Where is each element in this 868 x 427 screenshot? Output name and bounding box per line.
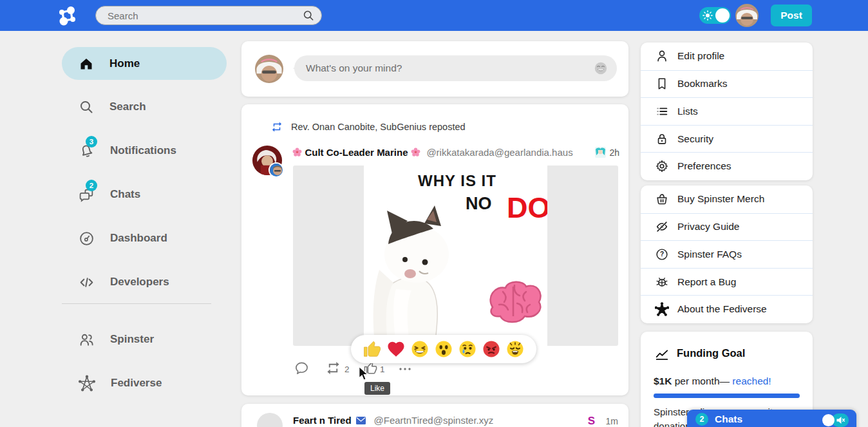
repost-count[interactable]: 2 (344, 365, 350, 374)
search-box[interactable] (95, 6, 322, 25)
bookmark-icon (655, 77, 669, 91)
reposter-avatar[interactable] (269, 162, 284, 178)
compose-input[interactable]: What's on your mind? (294, 55, 617, 81)
menu-item-label: Spinster FAQs (677, 249, 742, 260)
line-chart-icon (655, 348, 669, 362)
reaction-surprised-icon[interactable] (434, 339, 453, 359)
next-post-author-name[interactable]: Feart n Tired (293, 415, 352, 426)
more-options-icon[interactable] (398, 365, 412, 374)
menu-item-faqs[interactable]: ? Spinster FAQs (641, 240, 813, 268)
menu-item-label: Edit profile (677, 50, 724, 62)
sidebar-item-notifications[interactable]: 3 Notifications (62, 135, 227, 166)
home-icon (79, 56, 94, 71)
menu-item-bookmarks[interactable]: Bookmarks (641, 70, 813, 98)
chats-panel-bar[interactable]: 2 Chats (687, 410, 856, 427)
reaction-thumbs-up-icon[interactable] (363, 339, 382, 359)
reaction-heart-icon[interactable] (386, 339, 406, 359)
menu-item-label: Security (677, 133, 713, 145)
fediverse-star-icon (655, 302, 669, 316)
spinster-logo[interactable] (57, 5, 78, 26)
list-icon (655, 104, 669, 119)
meme-text-1: WHY IS IT (390, 172, 525, 190)
funding-reached-link[interactable]: reached! (732, 375, 771, 386)
reaction-crying-icon[interactable] (458, 339, 477, 359)
funding-separator: — (720, 375, 733, 386)
menu-item-merch[interactable]: Buy Spinster Merch (641, 185, 813, 213)
eye-off-icon (655, 220, 669, 234)
flower-emoji-icon (292, 147, 302, 157)
mouse-cursor (357, 366, 370, 381)
funding-amount: $1K (654, 375, 672, 386)
sidebar-item-search[interactable]: Search (62, 91, 227, 122)
reaction-weary-icon[interactable] (505, 339, 525, 359)
sidebar-item-developers[interactable]: Developers (62, 267, 227, 298)
menu-item-label: Preferences (677, 160, 731, 172)
search-input[interactable] (106, 10, 302, 22)
next-post-avatar[interactable] (257, 413, 283, 427)
compose-user-avatar[interactable] (255, 55, 283, 83)
sidebar-item-label: Search (109, 100, 146, 113)
next-post-timestamp[interactable]: 1m (606, 416, 618, 426)
menu-item-edit-profile[interactable]: Edit profile (641, 43, 813, 70)
sidebar-item-label: Chats (110, 188, 140, 201)
menu-item-security[interactable]: Security (641, 125, 813, 153)
reaction-angry-icon[interactable] (482, 339, 501, 359)
post-timestamp[interactable]: 2h (609, 147, 619, 158)
menu-item-report-bug[interactable]: Report a Bug (641, 268, 813, 296)
comment-icon[interactable] (294, 361, 309, 375)
svg-text:?: ? (660, 251, 664, 258)
menu-item-preferences[interactable]: Preferences (641, 152, 813, 180)
funding-period: per month (672, 375, 719, 386)
funding-title: Funding Goal (677, 347, 745, 359)
post-button[interactable]: Post (771, 5, 812, 26)
instance-badge: S (588, 415, 595, 427)
sidebar-item-label: Spinster (110, 333, 154, 346)
like-count[interactable]: 1 (380, 365, 385, 374)
people-icon (79, 332, 95, 348)
sidebar-item-label: Home (109, 57, 140, 70)
question-icon: ? (655, 247, 669, 261)
lock-icon (655, 132, 669, 146)
repost-button-icon[interactable] (326, 361, 341, 375)
cat-image (364, 193, 457, 346)
repost-icon (271, 121, 283, 133)
menu-item-label: Bookmarks (677, 78, 728, 90)
brain-emoji-image (484, 276, 543, 327)
menu-item-label: Privacy Guide (677, 221, 739, 232)
speaker-muted-icon (836, 416, 845, 424)
user-avatar[interactable] (735, 4, 759, 27)
repost-note[interactable]: Rev. Onan Canobite, SubGenius reposted (291, 122, 466, 132)
chats-count-badge: 2 (695, 413, 708, 426)
meme-text-3: DO (507, 191, 547, 225)
sidebar-item-home[interactable]: Home (62, 47, 227, 80)
sidebar-item-spinster[interactable]: Spinster (62, 324, 227, 355)
menu-item-about-fediverse[interactable]: About the Fediverse (641, 295, 813, 323)
menu-item-label: About the Fediverse (677, 303, 767, 315)
reaction-laughing-icon[interactable] (410, 339, 429, 359)
post-card: Rev. Onan Canobite, SubGenius reposted C… (241, 104, 628, 395)
notifications-badge: 3 (86, 136, 97, 147)
post-author-name[interactable]: Cult Co-Leader Marine (305, 147, 408, 158)
chats-panel-label: Chats (715, 413, 742, 425)
menu-item-lists[interactable]: Lists (641, 97, 813, 125)
post-media[interactable]: WHY IS IT NO DO (293, 166, 618, 346)
laughing-emoji-icon[interactable] (594, 61, 608, 75)
theme-toggle[interactable] (699, 7, 731, 24)
sidebar-item-dashboard[interactable]: Dashboard (62, 223, 227, 254)
sound-toggle-knob[interactable] (822, 414, 835, 426)
bug-icon (655, 275, 669, 289)
next-post-author-handle[interactable]: @FeartnTired@spinster.xyz (374, 415, 494, 426)
chats-badge: 2 (86, 180, 97, 191)
toggle-knob[interactable] (715, 8, 730, 23)
menu-item-privacy-guide[interactable]: Privacy Guide (641, 213, 813, 241)
post-author-handle[interactable]: @rikkatakarada@gearlandia.haus (426, 147, 572, 158)
search-icon[interactable] (302, 9, 315, 22)
sidebar-item-chats[interactable]: 2 Chats (62, 179, 227, 210)
menu-item-label: Buy Spinster Merch (677, 193, 764, 205)
gear-icon (655, 159, 669, 173)
sidebar-item-fediverse[interactable]: Fediverse (62, 368, 227, 399)
meme-text-2: NO (466, 194, 492, 214)
like-tooltip: Like (364, 382, 390, 395)
funding-progress-bar (654, 394, 800, 398)
person-icon (655, 49, 669, 63)
